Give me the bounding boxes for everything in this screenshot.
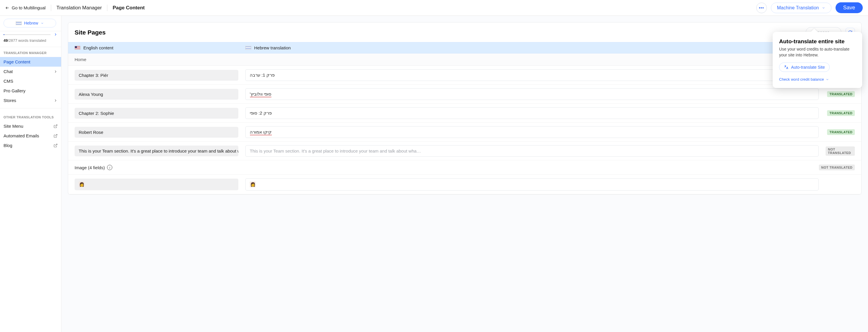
sidebar-item-pro-gallery[interactable]: Pro Gallery xyxy=(0,86,61,96)
auto-translate-site-button[interactable]: Auto-translate Site xyxy=(779,63,830,72)
divider xyxy=(107,5,107,11)
translation-input[interactable]: 👩 xyxy=(245,178,818,191)
go-back-link[interactable]: Go to Multilingual xyxy=(5,5,45,10)
sidebar-item-chat[interactable]: Chat xyxy=(0,67,61,76)
machine-translation-dropdown[interactable]: Machine Translation xyxy=(771,3,832,13)
sidebar-item-page-content[interactable]: Page Content xyxy=(0,57,61,67)
israel-flag-icon xyxy=(16,21,22,25)
auto-translate-button-label: Auto-translate Site xyxy=(791,65,825,70)
more-actions-button[interactable]: ••• xyxy=(756,3,767,13)
sidebar-item-label: CMS xyxy=(3,78,13,84)
table-row: Alexa Youngסופי וולוביץ'TRANSLATED xyxy=(68,85,861,104)
chevron-down-icon xyxy=(826,78,829,81)
topbar: Go to Multilingual Translation Manager P… xyxy=(0,0,868,16)
status-badge: TRANSLATED xyxy=(827,91,855,97)
site-pages-panel: Site Pages All pages English content xyxy=(68,22,862,195)
sidebar-item-label: Stores xyxy=(3,98,16,103)
side-group-2: Site MenuAutomated EmailsBlog xyxy=(0,121,61,150)
topbar-left: Go to Multilingual Translation Manager P… xyxy=(5,5,756,11)
side-separator xyxy=(0,108,61,108)
chevron-right-icon xyxy=(54,32,58,36)
status-cell: NOT TRANSLATED xyxy=(826,146,855,156)
popover-actions: Auto-translate Site xyxy=(779,63,856,72)
status-cell: TRANSLATED xyxy=(826,110,855,116)
sidebar-item-label: Automated Emails xyxy=(3,133,39,138)
arrow-left-icon xyxy=(5,6,9,10)
status-cell: TRANSLATED xyxy=(826,91,855,97)
sidebar-item-cms[interactable]: CMS xyxy=(0,76,61,86)
sidebar-item-blog[interactable]: Blog xyxy=(0,140,61,150)
table-row: 👩 👩 xyxy=(68,175,861,194)
status-badge: NOT TRANSLATED xyxy=(819,165,855,170)
external-link-icon xyxy=(54,124,58,128)
translate-icon xyxy=(784,65,789,70)
progress-expand[interactable] xyxy=(54,32,58,36)
divider xyxy=(51,5,51,11)
status-badge: NOT TRANSLATED xyxy=(826,146,855,156)
chevron-right-icon xyxy=(54,70,58,74)
auto-translate-popover: Auto-translate entire site Use your word… xyxy=(773,32,862,88)
machine-translation-label: Machine Translation xyxy=(777,5,819,10)
section-label-home: Home xyxy=(68,54,861,66)
translation-progress-row xyxy=(0,31,61,38)
source-cell: Robert Rose xyxy=(74,127,238,138)
sidebar: Hebrew 49/2877 words translated TRANSLAT… xyxy=(0,16,61,332)
crumb-translation-manager[interactable]: Translation Manager xyxy=(57,5,102,11)
sidebar-item-stores[interactable]: Stores xyxy=(0,96,61,105)
side-group-title-1: TRANSLATION MANAGER xyxy=(0,47,61,57)
progress-fill xyxy=(3,34,4,35)
language-label: Hebrew xyxy=(24,21,38,26)
progress-total: /2877 words translated xyxy=(8,38,46,43)
translation-input[interactable]: This is your Team section. It's a great … xyxy=(245,145,818,157)
popover-title: Auto-translate entire site xyxy=(779,38,856,45)
avatar-thumbnail: 👩 xyxy=(250,181,256,187)
save-button[interactable]: Save xyxy=(836,2,863,13)
sidebar-item-label: Site Menu xyxy=(3,124,23,129)
language-selector-wrap: Hebrew xyxy=(0,16,61,31)
status-cell: TRANSLATED xyxy=(826,129,855,135)
table-row: Robert Roseקיקו אמורהTRANSLATED xyxy=(68,123,861,142)
more-icon: ••• xyxy=(759,5,764,10)
status-badge: TRANSLATED xyxy=(827,129,855,135)
svg-line-2 xyxy=(55,134,57,136)
translation-input[interactable]: סופי וולוביץ' xyxy=(245,88,818,100)
layout: Hebrew 49/2877 words translated TRANSLAT… xyxy=(0,16,868,332)
panel-title: Site Pages xyxy=(74,29,105,36)
image-group-row[interactable]: Image (4 fields) i NOT TRANSLATED xyxy=(68,161,861,175)
go-back-label: Go to Multilingual xyxy=(12,5,45,10)
column-header-source: English content xyxy=(68,42,239,53)
progress-current: 49 xyxy=(3,38,8,43)
sidebar-item-automated-emails[interactable]: Automated Emails xyxy=(0,131,61,140)
avatar-thumbnail: 👩 xyxy=(79,181,85,187)
translation-input[interactable]: פרק 2: סופי xyxy=(245,107,818,119)
chevron-down-icon xyxy=(822,6,825,10)
language-selector[interactable]: Hebrew xyxy=(3,19,56,28)
translation-input[interactable]: קיקו אמורה xyxy=(245,126,818,138)
main: Auto-translate entire site Use your word… xyxy=(61,16,868,332)
sidebar-item-label: Chat xyxy=(3,69,13,74)
column-header-source-label: English content xyxy=(83,45,114,50)
sidebar-item-label: Page Content xyxy=(3,59,30,64)
us-flag-icon xyxy=(74,46,81,50)
info-icon[interactable]: i xyxy=(107,165,112,170)
source-cell: This is your Team section. It's a great … xyxy=(74,145,238,156)
chevron-right-icon xyxy=(54,99,58,103)
progress-bar xyxy=(3,34,51,35)
table-row: This is your Team section. It's a great … xyxy=(68,142,861,161)
column-header-target: Hebrew translation xyxy=(239,42,823,53)
sidebar-item-label: Pro Gallery xyxy=(3,88,26,93)
svg-line-1 xyxy=(55,125,57,126)
chevron-down-icon xyxy=(41,22,44,25)
source-cell: Chapter 3: Piér xyxy=(74,70,238,81)
side-group-title-2: OTHER TRANSLATION TOOLS xyxy=(0,111,61,121)
translation-input[interactable]: פרק 1: ערבה xyxy=(245,69,818,81)
side-group-1: Page ContentChatCMSPro GalleryStores xyxy=(0,57,61,105)
status-badge: TRANSLATED xyxy=(827,110,855,116)
sidebar-item-site-menu[interactable]: Site Menu xyxy=(0,121,61,131)
translation-rows: Chapter 3: Piérפרק 1: ערבהTRANSLATEDAlex… xyxy=(68,66,861,161)
check-credit-link[interactable]: Check word credit balance xyxy=(779,77,856,81)
progress-text: 49/2877 words translated xyxy=(0,38,61,47)
sidebar-item-label: Blog xyxy=(3,143,12,148)
column-header-target-label: Hebrew translation xyxy=(254,45,291,50)
table-row: Chapter 2: Sophieפרק 2: סופיTRANSLATED xyxy=(68,104,861,123)
